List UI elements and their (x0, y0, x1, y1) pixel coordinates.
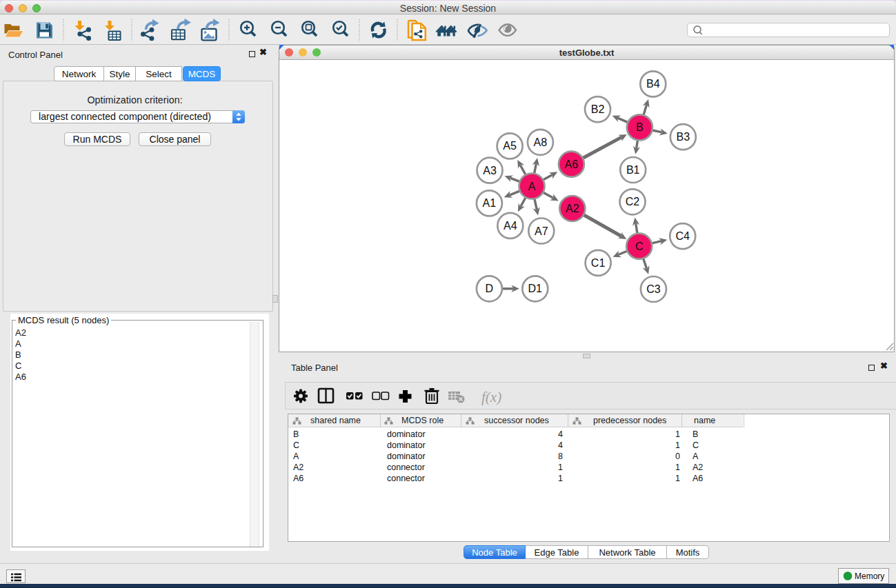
svg-text:B3: B3 (677, 131, 690, 143)
svg-text:A8: A8 (534, 136, 548, 148)
svg-text:D: D (486, 283, 494, 294)
svg-text:Memory: Memory (855, 571, 884, 581)
svg-text:C4: C4 (675, 230, 690, 242)
svg-text:B4: B4 (646, 78, 660, 90)
svg-text:A: A (528, 181, 536, 192)
svg-text:A1: A1 (483, 197, 497, 209)
svg-text:A6: A6 (565, 159, 579, 170)
svg-text:C1: C1 (591, 257, 606, 269)
svg-text:f(x): f(x) (481, 389, 501, 405)
svg-text:B1: B1 (626, 164, 640, 176)
svg-text:A7: A7 (535, 225, 548, 237)
svg-text:C2: C2 (626, 196, 640, 207)
svg-text:B2: B2 (591, 103, 605, 115)
svg-text:B: B (636, 121, 644, 133)
svg-text:D1: D1 (528, 283, 543, 294)
svg-text:C: C (635, 241, 644, 252)
svg-text:A3: A3 (483, 165, 497, 176)
svg-text:A2: A2 (566, 203, 579, 214)
svg-text:C3: C3 (646, 283, 661, 295)
svg-text:A4: A4 (504, 220, 517, 232)
svg-text:A5: A5 (503, 140, 517, 152)
